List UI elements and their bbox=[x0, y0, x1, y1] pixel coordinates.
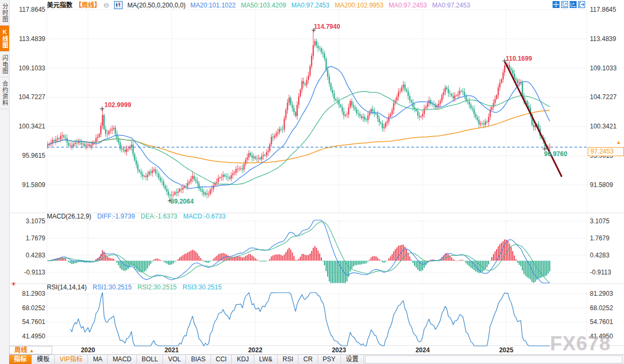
exit-chart-icon[interactable] bbox=[578, 1, 585, 8]
timeframe-tag: 【周线】 bbox=[75, 2, 101, 9]
trend-line[interactable] bbox=[505, 63, 561, 176]
rsi-line bbox=[70, 293, 550, 346]
candlestick-chart-icon[interactable] bbox=[114, 1, 123, 9]
annotation-high-2022: 114.7940 bbox=[314, 23, 340, 30]
rsi-y-tick-right: 68.0252 bbox=[590, 304, 613, 312]
main-y-tick-right: 113.4839 bbox=[590, 35, 616, 43]
chart-type-sidebar: 分时图 K线图 闪电图 合约资料 bbox=[0, 0, 10, 364]
chart-header: 美元指数 【周线】 ⊖ MA(20,50,0,200,0,0) MA20:101… bbox=[47, 1, 470, 9]
sidebar-tab-timeshare[interactable]: 分时图 bbox=[0, 0, 9, 26]
toolbar-item-BOLL[interactable]: BOLL bbox=[137, 355, 164, 364]
indicator-toolbar: 指标模板VIP指标MAMACDBOLLVOLBIASCCIKDJLW&RSICR… bbox=[9, 354, 624, 364]
main-y-tick-right: 117.8645 bbox=[590, 6, 616, 13]
rsi-y-tick-right: 81.2903 bbox=[590, 290, 613, 297]
ma-value: MA20:101.1022 bbox=[190, 2, 236, 9]
rsi-panel-header: RSI(14,14,14) RSI1:30.2515 RSI2:30.2515 … bbox=[47, 284, 222, 291]
extreme-marker bbox=[100, 107, 104, 111]
toolbar-item-BIAS[interactable]: BIAS bbox=[186, 355, 210, 364]
rsi-y-tick-left: 68.0252 bbox=[22, 304, 46, 312]
x-axis-year: 2021 bbox=[165, 346, 179, 354]
x-axis-scale-icon[interactable] bbox=[570, 1, 577, 8]
ma200-line bbox=[48, 110, 550, 163]
ma-settings-label: MA(20,50,0,200,0,0) bbox=[127, 2, 185, 9]
rsi-title: RSI(14,14,14) bbox=[47, 284, 87, 291]
sidebar-tab-contract-info[interactable]: 合约资料 bbox=[0, 77, 9, 109]
rsi2-value: RSI2:30.2515 bbox=[137, 284, 176, 291]
macd-hist-value: MACD:-0.6733 bbox=[183, 213, 225, 220]
instrument-name: 美元指数 bbox=[47, 2, 72, 9]
toolbar-item-CR[interactable]: CR bbox=[298, 355, 318, 364]
macd-y-tick-left: 0.4283 bbox=[26, 252, 45, 259]
alert-sun-icon[interactable]: ☀ bbox=[11, 280, 17, 288]
annotation-high-2025: 110.1699 bbox=[506, 55, 532, 62]
macd-dea-line bbox=[48, 222, 550, 283]
rsi1-value: RSI1:30.2515 bbox=[93, 284, 132, 291]
macd-y-tick-right: -0.9113 bbox=[590, 269, 611, 276]
candlestick-series bbox=[47, 30, 550, 200]
rsi3-value: RSI3:30.2515 bbox=[183, 284, 222, 291]
period-selector-button[interactable]: 周线▲ bbox=[9, 346, 52, 354]
x-axis-year: 2023 bbox=[332, 346, 346, 354]
macd-diff-value: DIFF:-1.9739 bbox=[97, 213, 135, 220]
period-label: 周线 bbox=[14, 346, 27, 354]
x-axis-year: 2022 bbox=[248, 346, 263, 354]
main-y-tick-right: 91.5809 bbox=[590, 181, 613, 189]
ma20-line bbox=[48, 67, 550, 188]
y-axis-scale-icon[interactable] bbox=[561, 1, 568, 8]
toolbar-item-RSI[interactable]: RSI bbox=[278, 355, 298, 364]
main-y-tick-left: 104.7227 bbox=[19, 93, 45, 101]
chevron-up-icon: ▲ bbox=[29, 348, 34, 353]
x-axis-year: 2020 bbox=[81, 346, 95, 354]
toolbar-item-VOL[interactable]: VOL bbox=[163, 355, 186, 364]
annotation-low-2021: 89.2064 bbox=[171, 198, 193, 205]
chart-application-window: 117.8645117.8645113.4839113.4839109.1033… bbox=[0, 0, 624, 364]
main-y-tick-right: 100.3421 bbox=[590, 123, 617, 130]
x-axis-year: 2024 bbox=[416, 346, 430, 354]
toolbar-item-MACD[interactable]: MACD bbox=[108, 355, 136, 364]
sidebar-tab-lightning[interactable]: 闪电图 bbox=[0, 52, 9, 77]
toolbar-item-模板[interactable]: 模板 bbox=[32, 355, 55, 364]
macd-diff-line bbox=[48, 220, 550, 283]
ma-value: MA0:97.2453 bbox=[291, 2, 329, 9]
ma-value: MA200:102.9953 bbox=[335, 2, 383, 9]
toolbar-item-指标[interactable]: 指标 bbox=[9, 355, 32, 364]
toolbar-item-VIP指标[interactable]: VIP指标 bbox=[55, 355, 88, 364]
sidebar-tab-kline[interactable]: K线图 bbox=[0, 26, 9, 52]
main-y-tick-left: 109.1033 bbox=[19, 64, 45, 72]
ma-value: MA50:103.4209 bbox=[241, 2, 286, 9]
ma-value: MA0:97.2453 bbox=[432, 2, 470, 9]
macd-histogram bbox=[47, 239, 550, 283]
x-axis-year: 2025 bbox=[499, 346, 514, 354]
macd-title: MACD(26,12,9) bbox=[47, 213, 91, 220]
toolbar-item-MA[interactable]: MA bbox=[88, 355, 108, 364]
main-y-tick-left: 113.4839 bbox=[19, 35, 45, 43]
chart-window-controls bbox=[553, 1, 585, 8]
main-y-tick-right: 109.1033 bbox=[590, 64, 617, 72]
toolbar-item-设置[interactable]: 设置 bbox=[341, 355, 364, 364]
pan-icon[interactable] bbox=[553, 1, 560, 8]
toolbar-item-CCI[interactable]: CCI bbox=[211, 355, 232, 364]
fx678-watermark: FX678 bbox=[550, 333, 611, 355]
rsi-y-tick-left: 54.7601 bbox=[22, 318, 46, 326]
main-y-tick-left: 95.9615 bbox=[22, 152, 46, 159]
macd-y-tick-left: 3.1075 bbox=[26, 217, 45, 225]
toolbar-item-KDJ[interactable]: KDJ bbox=[232, 355, 254, 364]
price-up-arrow-icon: ▲ bbox=[616, 139, 621, 145]
macd-y-tick-left: -0.9113 bbox=[24, 269, 45, 276]
toolbar-item-PSY[interactable]: PSY bbox=[318, 355, 341, 364]
macd-dea-value: DEA:-1.6373 bbox=[141, 213, 177, 220]
main-y-tick-right: 104.7227 bbox=[590, 93, 617, 101]
rsi-y-tick-left: 81.2903 bbox=[22, 290, 46, 297]
annotation-high-2020: 102.9999 bbox=[104, 101, 131, 109]
main-y-tick-left: 91.5809 bbox=[22, 181, 46, 189]
macd-panel-header: MACD(26,12,9) DIFF:-1.9739 DEA:-1.6373 M… bbox=[47, 213, 225, 220]
macd-y-tick-right: 0.4283 bbox=[590, 252, 610, 259]
collapse-icon[interactable]: ⊖ bbox=[103, 2, 109, 9]
current-price-tag: 97.2453 bbox=[588, 147, 624, 156]
annotation-low-2025: 96.9760 bbox=[544, 150, 567, 158]
rsi-y-tick-right: 54.7601 bbox=[590, 318, 613, 326]
toolbar-item-LW&[interactable]: LW& bbox=[254, 355, 278, 364]
main-y-tick-left: 117.8645 bbox=[19, 6, 45, 13]
rsi-y-tick-left: 41.4950 bbox=[22, 333, 46, 340]
ma-value: MA0:97.2453 bbox=[389, 2, 427, 9]
